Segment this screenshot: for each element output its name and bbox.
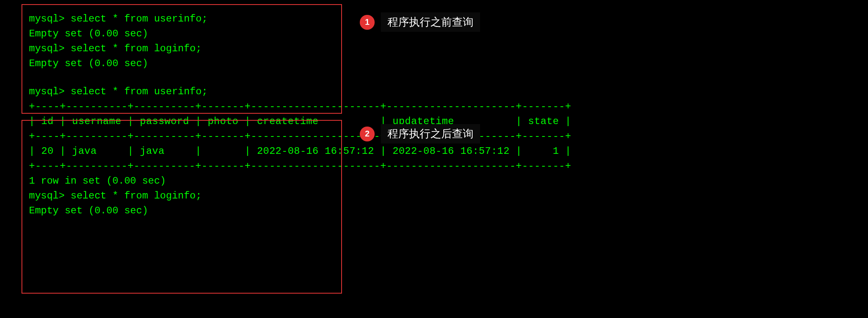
table-border: +----+----------+----------+-------+----…	[29, 99, 864, 114]
terminal-output: mysql> select * from userinfo; Empty set…	[4, 4, 864, 218]
table-row: | 20 | java | java | | 2022-08-16 16:57:…	[29, 144, 864, 159]
mysql-query-line: mysql> select * from userinfo;	[29, 84, 864, 99]
annotation-label: 程序执行之后查询	[381, 124, 480, 143]
mysql-query-line: mysql> select * from loginfo;	[29, 41, 864, 56]
badge-number-icon: 2	[360, 127, 375, 141]
query-block-after: mysql> select * from userinfo; +----+---…	[4, 71, 864, 218]
annotation-label: 程序执行之前查询	[381, 12, 480, 32]
mysql-result-line: Empty set (0.00 sec)	[29, 56, 864, 71]
mysql-query-line: mysql> select * from loginfo;	[29, 189, 864, 203]
badge-number-icon: 1	[360, 15, 375, 30]
annotation-after: 2 程序执行之后查询	[360, 124, 480, 143]
mysql-result-line: 1 row in set (0.00 sec)	[29, 174, 864, 189]
table-border: +----+----------+----------+-------+----…	[29, 159, 864, 174]
mysql-result-line: Empty set (0.00 sec)	[29, 203, 864, 218]
annotation-before: 1 程序执行之前查询	[360, 12, 480, 32]
